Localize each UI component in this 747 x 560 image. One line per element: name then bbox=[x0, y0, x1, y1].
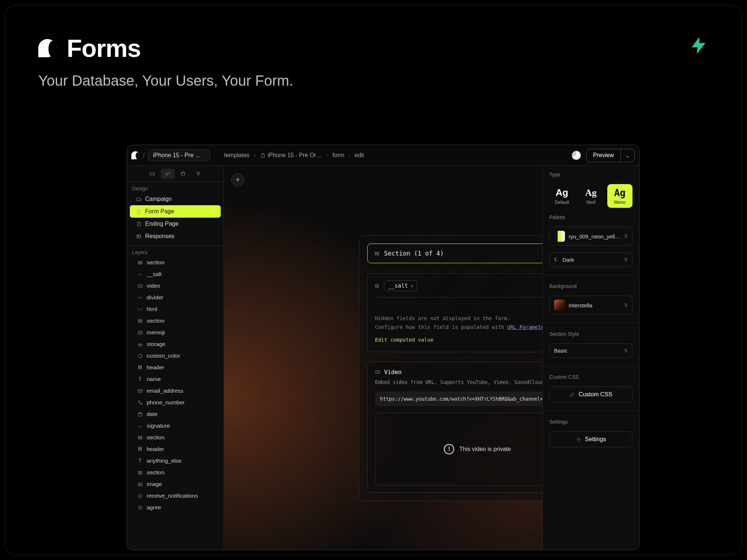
settings-button-label: Settings bbox=[585, 436, 606, 443]
svg-rect-12 bbox=[138, 413, 142, 416]
svg-rect-14 bbox=[138, 438, 142, 439]
chevron-right-icon: › bbox=[349, 152, 351, 158]
svg-point-19 bbox=[138, 494, 142, 498]
page-frame: Forms Your Database, Your Users, Your Fo… bbox=[5, 5, 742, 555]
brand-logo-icon bbox=[38, 39, 57, 57]
chevron-right-icon: › bbox=[254, 152, 256, 158]
layer-item-memoji[interactable]: memoji bbox=[127, 327, 224, 338]
code-icon: ⧉ bbox=[375, 283, 379, 289]
layer-item-name[interactable]: Tname bbox=[127, 373, 224, 385]
preview-button[interactable]: Preview ⌄ bbox=[586, 149, 635, 162]
section-header[interactable]: Section (1 of 4) ••• bbox=[367, 244, 542, 263]
tool-plug-icon[interactable] bbox=[191, 169, 205, 179]
canvas[interactable]: + Section (1 of 4) ••• ⧉ bbox=[224, 166, 542, 550]
hero-title: Forms bbox=[67, 34, 141, 62]
layer-item-custom_color[interactable]: custom_color bbox=[127, 350, 224, 362]
settings-button[interactable]: Settings bbox=[549, 431, 632, 447]
H-icon: H bbox=[137, 446, 143, 452]
layer-item-label: date bbox=[147, 411, 158, 417]
tool-files-icon[interactable] bbox=[146, 169, 159, 179]
sidebar-item-label: Ending Page bbox=[145, 221, 179, 227]
type-specimen: Ag bbox=[614, 187, 626, 198]
breadcrumb-root[interactable]: templates bbox=[224, 152, 249, 159]
svg-rect-22 bbox=[375, 254, 379, 255]
layer-item-signature[interactable]: signature bbox=[127, 420, 224, 432]
sidebar-toolbar bbox=[127, 166, 224, 182]
layer-item-video[interactable]: video bbox=[127, 280, 224, 292]
doc-icon bbox=[136, 221, 142, 227]
preview-dropdown-icon[interactable]: ⌄ bbox=[621, 149, 634, 162]
H-icon: H bbox=[137, 365, 143, 370]
hero-subtitle: Your Database, Your Users, Your Form. bbox=[38, 73, 293, 89]
layer-item-section[interactable]: section bbox=[127, 432, 224, 443]
breadcrumb-doc-label: iPhone 15 - Pre Or… bbox=[268, 152, 322, 159]
url-parameters-link[interactable]: URL Parameters bbox=[507, 324, 542, 330]
layer-item-__salt[interactable]: __salt bbox=[127, 268, 224, 280]
video-url-input[interactable]: https://www.youtube.com/watch?v=XHTrLYSh… bbox=[375, 392, 542, 406]
layer-item-section[interactable]: section bbox=[127, 467, 224, 478]
layer-item-divider[interactable]: divider bbox=[127, 292, 224, 303]
svg-point-9 bbox=[139, 332, 140, 333]
layer-item-date[interactable]: date bbox=[127, 408, 224, 420]
layer-item-header[interactable]: Hheader bbox=[127, 362, 224, 373]
tool-database-icon[interactable] bbox=[176, 169, 190, 179]
app-logo-icon[interactable] bbox=[131, 151, 139, 159]
sidebar-item-campaign[interactable]: Campaign bbox=[127, 193, 224, 205]
chevron-updown-icon: ⇅ bbox=[624, 303, 628, 308]
layer-item-phone_number[interactable]: phone_number bbox=[127, 397, 224, 408]
layer-item-section[interactable]: section bbox=[127, 257, 224, 268]
chevron-updown-icon: ⇅ bbox=[624, 234, 628, 239]
breadcrumb-doc[interactable]: iPhone 15 - Pre Or… bbox=[260, 152, 322, 159]
breadcrumb-leaf[interactable]: edit bbox=[355, 152, 364, 159]
background-selector[interactable]: Interstella ⇅ bbox=[549, 296, 632, 315]
field-name-label: __salt bbox=[388, 283, 408, 289]
layer-item-label: video bbox=[147, 283, 160, 289]
sidebar-item-form-page[interactable]: Form Page bbox=[130, 205, 221, 218]
section-style-selector[interactable]: Basic ⇅ bbox=[549, 343, 632, 358]
sidebar-item-responses[interactable]: Responses bbox=[127, 230, 224, 242]
palette-swatch-icon bbox=[554, 231, 565, 242]
layer-item-label: receive_notifications bbox=[147, 493, 198, 499]
type-option-serif[interactable]: AgSerif bbox=[578, 184, 603, 208]
svg-rect-21 bbox=[375, 252, 379, 253]
video-embed-preview: ! This video is private bbox=[375, 413, 542, 486]
video-title: Video bbox=[384, 369, 402, 376]
layer-item-anything_else[interactable]: Tanything_else bbox=[127, 455, 224, 467]
section-icon bbox=[137, 470, 143, 475]
layer-item-receive_notifications[interactable]: receive_notifications bbox=[127, 490, 224, 502]
edit-computed-link[interactable]: Edit computed value bbox=[375, 337, 433, 343]
avatar[interactable] bbox=[572, 151, 581, 160]
field-name-chip[interactable]: __salt ⇅ bbox=[384, 280, 417, 291]
doc-icon bbox=[136, 209, 142, 214]
tool-key-icon[interactable] bbox=[161, 169, 175, 179]
section-icon bbox=[137, 260, 143, 265]
layer-item-label: divider bbox=[147, 294, 163, 301]
table-icon bbox=[136, 234, 142, 239]
project-selector[interactable]: iPhone 15 - Pre Order bbox=[148, 149, 210, 161]
sidebar-item-ending-page[interactable]: Ending Page bbox=[127, 218, 224, 230]
layer-item-header[interactable]: Hheader bbox=[127, 443, 224, 455]
layer-item-email_address[interactable]: email_address bbox=[127, 385, 224, 397]
layer-item-section[interactable]: section bbox=[127, 315, 224, 327]
bolt-icon bbox=[688, 35, 709, 56]
topbar: / iPhone 15 - Pre Order templates › iPho… bbox=[127, 145, 639, 166]
layer-item-label: header bbox=[147, 364, 164, 371]
type-label: Type bbox=[549, 172, 632, 178]
custom-css-button[interactable]: Custom CSS bbox=[549, 386, 632, 402]
storage-icon bbox=[137, 342, 143, 347]
type-option-default[interactable]: AgDefault bbox=[549, 184, 574, 208]
svg-point-20 bbox=[138, 506, 142, 509]
layer-item-storage[interactable]: storage bbox=[127, 338, 224, 350]
layer-item-agree[interactable]: agree bbox=[127, 502, 224, 513]
video-block: Video ••• Embed video from URL. Supports… bbox=[367, 362, 542, 493]
wave-icon bbox=[137, 272, 143, 277]
layer-item-html[interactable]: html bbox=[127, 303, 224, 315]
layer-item-image[interactable]: image bbox=[127, 478, 224, 490]
breadcrumb-form[interactable]: form bbox=[333, 152, 344, 159]
palette-selector[interactable]: ryu_009_neon_yell… ⇅ bbox=[549, 227, 632, 246]
theme-selector[interactable]: ☾ Dark ⇅ bbox=[549, 252, 632, 267]
type-option-mono[interactable]: AgMono bbox=[607, 184, 632, 208]
check-icon bbox=[137, 505, 143, 510]
layer-item-label: name bbox=[147, 376, 161, 382]
add-block-button[interactable]: + bbox=[231, 173, 244, 186]
